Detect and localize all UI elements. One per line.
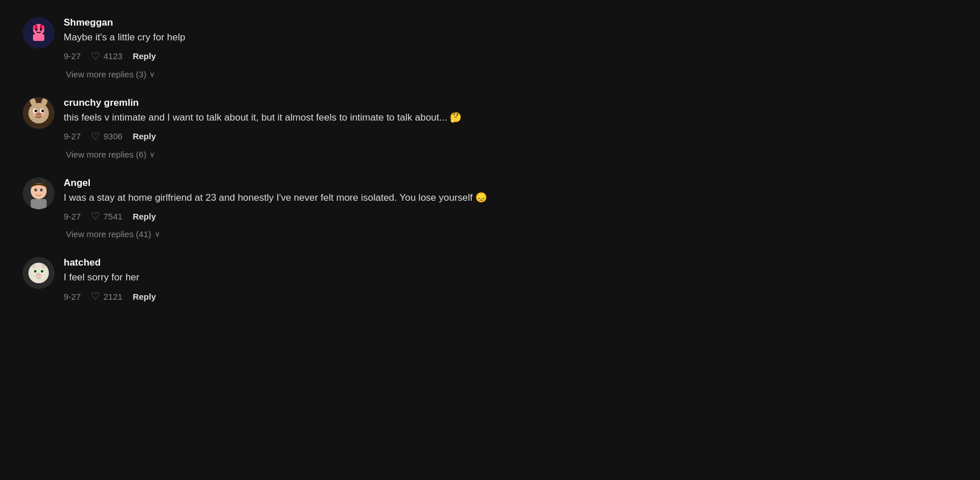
comment-meta-shmeggan: 9-27 ♡ 4123 Reply: [64, 50, 659, 63]
svg-rect-7: [35, 25, 38, 28]
comment-item: Angel I was a stay at home girlfriend at…: [23, 177, 659, 244]
reply-button-shmeggan[interactable]: Reply: [132, 51, 156, 61]
svg-point-5: [35, 28, 38, 31]
view-replies-button-crunchy[interactable]: View more replies (6) ∨: [66, 150, 155, 159]
comment-body-hatched: hatched I feel sorry for her 9-27 ♡ 2121…: [64, 257, 659, 309]
svg-point-28: [41, 189, 43, 191]
chevron-down-icon-angel: ∨: [155, 230, 160, 238]
heart-icon-angel[interactable]: ♡: [91, 210, 100, 222]
svg-rect-8: [40, 25, 42, 28]
comment-meta-crunchy: 9-27 ♡ 9306 Reply: [64, 130, 659, 143]
view-replies-button-angel[interactable]: View more replies (41) ∨: [66, 229, 160, 239]
comment-meta-angel: 9-27 ♡ 7541 Reply: [64, 210, 659, 222]
like-group-shmeggan[interactable]: ♡ 4123: [91, 50, 122, 63]
svg-point-33: [34, 270, 37, 273]
reply-button-angel[interactable]: Reply: [132, 212, 156, 221]
view-replies-label-angel: View more replies (41): [66, 229, 151, 239]
avatar-crunchy: [23, 97, 55, 129]
comment-text-crunchy: this feels v intimate and I want to talk…: [64, 111, 659, 125]
svg-point-16: [32, 113, 36, 116]
comment-item: crunchy gremlin this feels v intimate an…: [23, 97, 659, 164]
heart-icon-hatched[interactable]: ♡: [91, 290, 100, 303]
comment-body-crunchy: crunchy gremlin this feels v intimate an…: [64, 97, 659, 159]
reply-button-hatched[interactable]: Reply: [132, 292, 156, 301]
comment-text-hatched: I feel sorry for her: [64, 271, 659, 284]
chevron-down-icon-shmeggan: ∨: [150, 70, 155, 78]
svg-point-14: [41, 109, 44, 112]
svg-point-27: [36, 189, 37, 191]
comment-item: Shmeggan Maybe it's a little cry for hel…: [23, 17, 659, 84]
svg-point-34: [41, 270, 44, 273]
svg-rect-26: [31, 199, 47, 209]
comment-body-angel: Angel I was a stay at home girlfriend at…: [64, 177, 659, 239]
avatar-shmeggan: [23, 17, 55, 49]
svg-point-6: [40, 28, 42, 31]
comment-username-hatched: hatched: [64, 257, 659, 268]
comment-username-angel: Angel: [64, 177, 659, 189]
svg-point-13: [35, 109, 38, 112]
comment-date-crunchy: 9-27: [64, 131, 81, 141]
svg-point-36: [36, 275, 41, 277]
svg-point-15: [36, 113, 41, 116]
comment-username-crunchy: crunchy gremlin: [64, 97, 659, 109]
heart-icon-shmeggan[interactable]: ♡: [91, 50, 100, 63]
comment-body-shmeggan: Shmeggan Maybe it's a little cry for hel…: [64, 17, 659, 79]
avatar-angel: [23, 177, 55, 209]
like-count-hatched: 2121: [103, 292, 122, 301]
like-count-shmeggan: 4123: [103, 51, 122, 61]
svg-rect-4: [33, 34, 44, 41]
heart-icon-crunchy[interactable]: ♡: [91, 130, 100, 143]
comment-item: hatched I feel sorry for her 9-27 ♡ 2121…: [23, 257, 659, 314]
like-group-angel[interactable]: ♡ 7541: [91, 210, 122, 222]
like-group-crunchy[interactable]: ♡ 9306: [91, 130, 122, 143]
chevron-down-icon-crunchy: ∨: [150, 150, 155, 159]
avatar-hatched: [23, 257, 55, 289]
comment-date-shmeggan: 9-27: [64, 51, 81, 61]
reply-button-crunchy[interactable]: Reply: [132, 131, 156, 141]
comment-username-shmeggan: Shmeggan: [64, 17, 659, 28]
like-count-angel: 7541: [103, 212, 122, 221]
view-replies-label-crunchy: View more replies (6): [66, 150, 146, 159]
comment-date-angel: 9-27: [64, 212, 81, 221]
svg-point-17: [41, 113, 45, 116]
comments-list: Shmeggan Maybe it's a little cry for hel…: [0, 11, 682, 333]
comment-text-angel: I was a stay at home girlfriend at 23 an…: [64, 191, 659, 205]
comment-text-shmeggan: Maybe it's a little cry for help: [64, 31, 659, 44]
view-replies-button-shmeggan[interactable]: View more replies (3) ∨: [66, 69, 155, 79]
like-count-crunchy: 9306: [103, 131, 122, 141]
comment-date-hatched: 9-27: [64, 292, 81, 301]
view-replies-label-shmeggan: View more replies (3): [66, 69, 146, 79]
like-group-hatched[interactable]: ♡ 2121: [91, 290, 122, 303]
comment-meta-hatched: 9-27 ♡ 2121 Reply: [64, 290, 659, 303]
